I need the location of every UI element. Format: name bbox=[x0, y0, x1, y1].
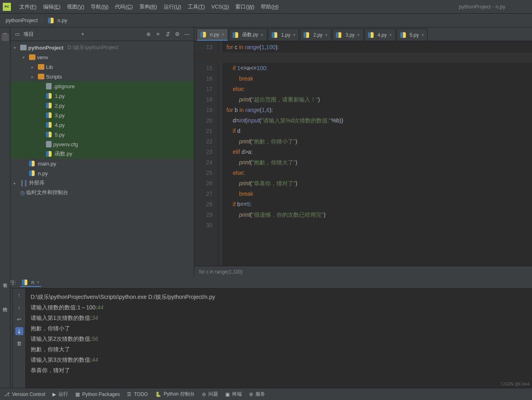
expand-arrow-icon[interactable]: ▸ bbox=[14, 181, 19, 185]
line-number[interactable]: 29 bbox=[194, 209, 212, 220]
menu-视图(V)[interactable]: 视图(V) bbox=[64, 2, 87, 11]
tree-extlib[interactable]: ▸ ║║ 外部库 bbox=[10, 178, 194, 188]
line-number[interactable]: 22 bbox=[194, 136, 212, 147]
tree-file[interactable]: pyvenv.cfg bbox=[10, 139, 194, 149]
expand-arrow-icon[interactable]: ▾ bbox=[14, 46, 19, 50]
tab-1.py[interactable]: 1.py× bbox=[268, 29, 299, 41]
menu-文件(F)[interactable]: 文件(F) bbox=[16, 2, 40, 11]
project-tree[interactable]: ▾ pythonProject D:\娱乐\pythonProject ▾ ve… bbox=[10, 41, 194, 277]
close-icon[interactable]: × bbox=[357, 32, 360, 38]
code-line[interactable]: print("恭喜你，猜对了") bbox=[227, 178, 529, 189]
close-icon[interactable]: × bbox=[421, 32, 424, 38]
tree-file[interactable]: 1.py bbox=[10, 91, 194, 101]
code-line[interactable]: print("超出范围，请重新输入！") bbox=[227, 94, 529, 105]
tree-file[interactable]: .gitignore bbox=[10, 81, 194, 91]
code-line[interactable]: print("抱歉，你猜小了") bbox=[227, 136, 529, 147]
tree-main[interactable]: main.py bbox=[10, 159, 194, 168]
dropdown-icon[interactable]: ▾ bbox=[81, 31, 84, 37]
menu-工具(T)[interactable]: 工具(T) bbox=[185, 2, 208, 11]
line-number[interactable]: 18 bbox=[194, 94, 212, 105]
tree-root[interactable]: ▾ pythonProject D:\娱乐\pythonProject bbox=[10, 43, 194, 52]
close-icon[interactable]: × bbox=[389, 32, 392, 38]
code-line[interactable]: print("抱歉，你猜大了") bbox=[227, 157, 529, 168]
expand-arrow-icon[interactable]: ▸ bbox=[31, 65, 36, 69]
status-TODO[interactable]: ☰TODO bbox=[127, 392, 148, 397]
tree-file[interactable]: 5.py bbox=[10, 130, 194, 139]
code-line[interactable]: if d bbox=[227, 126, 529, 136]
code-line[interactable]: else: bbox=[227, 84, 529, 94]
code-line[interactable]: else: bbox=[227, 168, 529, 178]
locate-icon[interactable]: ⊕ bbox=[145, 31, 152, 38]
expand-all-icon[interactable]: ≡ bbox=[154, 31, 162, 38]
up-icon[interactable]: ↑ bbox=[15, 291, 23, 299]
status-运行[interactable]: ▶运行 bbox=[52, 391, 68, 398]
fold-gutter[interactable] bbox=[218, 41, 223, 266]
menu-导航(N)[interactable]: 导航(N) bbox=[87, 2, 112, 11]
status-问题[interactable]: ⊘问题 bbox=[202, 391, 218, 398]
line-number[interactable]: 19 bbox=[194, 105, 212, 115]
line-number[interactable]: 21 bbox=[194, 126, 212, 136]
scroll-end-icon[interactable]: ⤓ bbox=[15, 327, 23, 335]
console-output[interactable]: D:\娱乐\pythonProject\venv\Scripts\python.… bbox=[26, 288, 532, 388]
code-line[interactable]: print("很遗憾，你的次数已经用完") bbox=[227, 209, 529, 220]
menu-VCS(S)[interactable]: VCS(S) bbox=[208, 2, 232, 11]
commit-tool-icon[interactable] bbox=[2, 34, 9, 41]
project-view-icon[interactable]: ▭ bbox=[14, 31, 21, 38]
close-icon[interactable]: × bbox=[261, 32, 264, 38]
code-line[interactable]: break bbox=[227, 189, 529, 199]
status-Python Packages[interactable]: ▦Python Packages bbox=[75, 392, 120, 397]
line-number[interactable]: 17 bbox=[194, 84, 212, 94]
breadcrumb-project[interactable]: pythonProject bbox=[6, 17, 38, 23]
settings-icon[interactable]: ⚙ bbox=[174, 31, 181, 38]
breadcrumb-file[interactable]: n.py bbox=[58, 17, 68, 23]
expand-arrow-icon[interactable]: ▸ bbox=[31, 75, 36, 79]
line-number[interactable]: 30 bbox=[194, 220, 212, 230]
menu-帮助(H)[interactable]: 帮助(H) bbox=[258, 2, 282, 11]
tree-scratch[interactable]: ◷ 临时文件和控制台 bbox=[10, 188, 194, 197]
line-number[interactable]: 27 bbox=[194, 189, 212, 199]
close-icon[interactable]: × bbox=[293, 32, 295, 38]
run-tab[interactable]: n × bbox=[20, 278, 41, 287]
line-number[interactable]: 24 bbox=[194, 157, 212, 168]
collapse-all-icon[interactable]: ⇵ bbox=[164, 31, 171, 38]
code-line[interactable]: for b in range(1,6): bbox=[227, 105, 529, 115]
line-gutter[interactable]: 131415161718192021222324252627282930 bbox=[194, 41, 218, 266]
tree-file[interactable]: 函数.py bbox=[10, 149, 194, 159]
tree-venv[interactable]: ▾ venv bbox=[10, 52, 194, 62]
line-number[interactable]: 15 bbox=[194, 63, 212, 73]
line-number[interactable]: 23 bbox=[194, 147, 212, 157]
menu-编辑(E)[interactable]: 编辑(E) bbox=[40, 2, 64, 11]
expand-arrow-icon[interactable]: ▾ bbox=[23, 55, 27, 60]
tab-函数.py[interactable]: 函数.py× bbox=[229, 29, 267, 41]
soft-wrap-icon[interactable]: ↩ bbox=[15, 315, 23, 323]
editor-crumb[interactable]: for c in range(1,100) bbox=[194, 266, 532, 277]
tree-n[interactable]: n.py bbox=[10, 168, 194, 178]
menu-运行(U)[interactable]: 运行(U) bbox=[160, 2, 185, 11]
code-line[interactable]: d=int(input("请输入第%d次猜数的数值:"%b)) bbox=[227, 115, 529, 126]
tab-5.py[interactable]: 5.py× bbox=[397, 29, 428, 41]
down-icon[interactable]: ↓ bbox=[15, 303, 23, 311]
tab-n.py[interactable]: n.py× bbox=[197, 29, 228, 41]
hide-icon[interactable]: — bbox=[183, 31, 191, 38]
code-line[interactable]: if 1<=a<=100: bbox=[227, 63, 529, 73]
tree-scripts[interactable]: ▸ Scripts bbox=[10, 72, 194, 81]
tab-2.py[interactable]: 2.py× bbox=[300, 29, 331, 41]
status-服务[interactable]: ⊚服务 bbox=[249, 391, 265, 398]
status-Version Control[interactable]: ⎇Version Control bbox=[4, 392, 45, 397]
code-line[interactable] bbox=[227, 220, 529, 230]
close-icon[interactable]: × bbox=[37, 280, 39, 285]
tree-file[interactable]: 3.py bbox=[10, 110, 194, 120]
code-line[interactable]: break bbox=[227, 73, 529, 84]
line-number[interactable]: 28 bbox=[194, 199, 212, 209]
code-area[interactable]: 131415161718192021222324252627282930 for… bbox=[194, 41, 532, 266]
line-number[interactable]: 26 bbox=[194, 178, 212, 189]
status-Python 控制台[interactable]: 🐍Python 控制台 bbox=[155, 391, 195, 398]
tree-file[interactable]: 2.py bbox=[10, 101, 194, 110]
status-终端[interactable]: ▣终端 bbox=[225, 391, 242, 398]
line-number[interactable]: 16 bbox=[194, 73, 212, 84]
code-line[interactable]: elif d>a: bbox=[227, 147, 529, 157]
close-icon[interactable]: × bbox=[222, 32, 224, 37]
clear-icon[interactable]: 🗑 bbox=[15, 339, 23, 347]
tree-lib[interactable]: ▸ Lib bbox=[10, 62, 194, 72]
menu-重构(R)[interactable]: 重构(R) bbox=[136, 2, 160, 11]
